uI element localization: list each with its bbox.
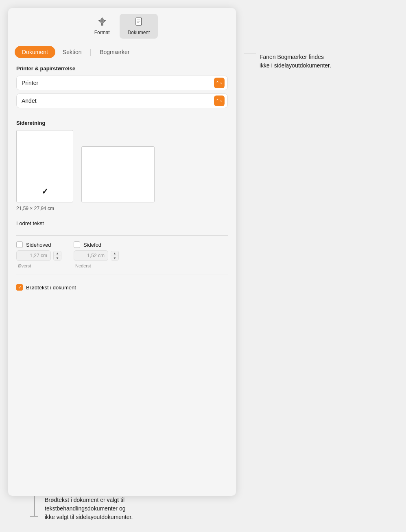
- printer-select-row: Printer: [16, 76, 228, 90]
- divider-3: [16, 274, 228, 274]
- orientation-dimensions: 21,59 × 27,94 cm: [16, 206, 228, 211]
- header-value: 1,27 cm: [16, 250, 51, 261]
- footer-checkbox[interactable]: [74, 241, 80, 248]
- right-annotation: Fanen Bogmærker findes ikke i sidelayout…: [244, 8, 334, 70]
- top-section: Format Dokument: [8, 8, 398, 496]
- header-sublabel: Øverst: [18, 263, 61, 268]
- format-button[interactable]: Format: [86, 14, 118, 39]
- panel: Format Dokument: [8, 8, 236, 496]
- document-button[interactable]: Dokument: [120, 14, 158, 39]
- footer-col: Sidefod 1,52 cm ▲ ▼ Nederst: [74, 241, 119, 268]
- landscape-page: [81, 146, 155, 202]
- document-label: Dokument: [128, 30, 150, 35]
- portrait-checkmark: ✓: [41, 187, 48, 196]
- panel-with-annotations: Format Dokument: [8, 8, 398, 530]
- tab-separator: |: [90, 48, 92, 56]
- header-footer-section: Sidehoved 1,27 cm ▲ ▼ Øverst: [16, 241, 228, 268]
- tab-section[interactable]: Sektion: [55, 46, 89, 58]
- header-spinner-row: 1,27 cm ▲ ▼: [16, 250, 61, 261]
- header-spinner-up[interactable]: ▲: [54, 251, 61, 256]
- header-spinner[interactable]: ▲ ▼: [53, 251, 61, 261]
- printer-select[interactable]: Printer: [16, 76, 228, 90]
- orientation-title: Sideretning: [16, 120, 228, 126]
- footer-spinner-down[interactable]: ▼: [111, 256, 118, 260]
- right-annotation-text: Fanen Bogmærker findes ikke i sidelayout…: [260, 53, 331, 70]
- divider-4: [16, 299, 228, 299]
- svg-rect-1: [136, 18, 142, 25]
- pin-icon: [97, 17, 107, 28]
- footer-sublabel: Nederst: [75, 263, 119, 268]
- divider-1: [16, 114, 228, 114]
- header-spinner-down[interactable]: ▼: [54, 256, 61, 260]
- paper-select[interactable]: Andet: [16, 93, 228, 108]
- format-label: Format: [94, 30, 110, 35]
- document-icon: [134, 17, 144, 28]
- header-label: Sidehoved: [26, 242, 51, 248]
- tabs-row: Dokument Sektion | Bogmærker: [8, 43, 236, 58]
- header-checkbox-row: Sidehoved: [16, 241, 61, 248]
- header-checkbox[interactable]: [16, 241, 23, 248]
- footer-spinner-up[interactable]: ▲: [111, 251, 118, 256]
- divider-2: [16, 235, 228, 236]
- portrait-page: ✓: [16, 130, 73, 202]
- tab-bookmarks[interactable]: Bogmærker: [92, 46, 137, 58]
- printer-section-title: Printer & papirstørrelse: [16, 65, 228, 72]
- toolbar: Format Dokument: [8, 8, 236, 43]
- vertical-text-row: Lodret tekst: [16, 217, 228, 230]
- body-text-label: Brødtekst i dokument: [26, 284, 76, 291]
- tab-document[interactable]: Dokument: [15, 46, 55, 58]
- bottom-annotation-text: Brødtekst i dokument er valgt til tekstb…: [45, 496, 133, 521]
- footer-checkbox-row: Sidefod: [74, 241, 119, 248]
- paper-select-row: Andet: [16, 93, 228, 108]
- body-text-row: Brødtekst i dokument: [16, 280, 228, 293]
- content-area: Printer & papirstørrelse Printer Andet: [8, 58, 236, 312]
- landscape-option[interactable]: [81, 146, 155, 202]
- page-container: Format Dokument: [8, 8, 398, 530]
- footer-value: 1,52 cm: [74, 250, 108, 261]
- vertical-text-label: Lodret tekst: [16, 220, 44, 226]
- header-col: Sidehoved 1,27 cm ▲ ▼ Øverst: [16, 241, 61, 268]
- footer-spinner-row: 1,52 cm ▲ ▼: [74, 250, 119, 261]
- body-text-checkbox[interactable]: [16, 284, 23, 291]
- footer-spinner[interactable]: ▲ ▼: [111, 251, 119, 261]
- orientation-options: ✓: [16, 130, 228, 202]
- portrait-option[interactable]: ✓: [16, 130, 73, 202]
- bottom-annotation-row: Brødtekst i dokument er valgt til tekstb…: [8, 496, 236, 530]
- footer-label: Sidefod: [83, 242, 101, 248]
- orientation-section: Sideretning ✓: [16, 120, 228, 211]
